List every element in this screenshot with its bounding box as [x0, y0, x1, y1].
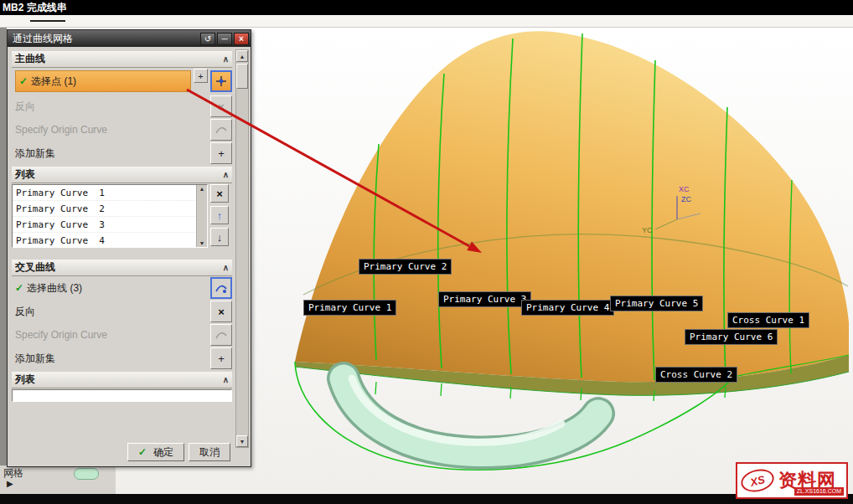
move-up-icon[interactable]: ↑	[210, 206, 229, 224]
primary-reverse-row: 反向 ×	[12, 95, 232, 118]
add-new-set-icon[interactable]: +	[210, 347, 232, 369]
green-capsule-fragment	[74, 468, 99, 480]
cross-origin-row: Specify Origin Curve	[12, 323, 232, 347]
status-prompt-text: MB2 完成线串	[3, 2, 67, 13]
reverse-direction-icon[interactable]: ×	[210, 301, 232, 322]
list-item[interactable]: Primary Curve 3	[13, 217, 207, 233]
dialog-titlebar[interactable]: 通过曲线网格 ↺ ─ ×	[8, 30, 251, 47]
menu-strip-mark	[30, 20, 65, 22]
section-primary-curves[interactable]: 主曲线 ∧	[12, 51, 232, 68]
chevron-up-icon: ∧	[223, 54, 229, 64]
section-cross-label: 交叉曲线	[15, 260, 55, 275]
primary-list-area: Primary Curve 1 Primary Curve 2 Primary …	[12, 184, 232, 248]
bottom-left-panel: 网格 ▶	[0, 465, 116, 494]
select-point-row: ✓ 选择点 (1) +	[12, 68, 232, 95]
ok-label: 确定	[153, 445, 173, 460]
section-gap	[12, 248, 232, 258]
add-new-set-icon[interactable]: +	[210, 142, 232, 164]
cross-add-set-row: 添加新集 +	[12, 347, 232, 370]
through-curve-mesh-dialog: 通过曲线网格 ↺ ─ × 主曲线 ∧ ✓ 选择点 (1) + 反向	[7, 29, 251, 467]
scrollbar-thumb[interactable]	[236, 64, 248, 89]
move-down-icon[interactable]: ↓	[210, 228, 229, 246]
reverse-direction-icon[interactable]: ×	[210, 95, 232, 117]
dialog-buttons: ✓ 确定 取消	[12, 440, 232, 463]
list-action-buttons: × ↑ ↓	[210, 184, 232, 248]
list-scrollbar[interactable]: ▲ ▼	[196, 185, 207, 247]
triad-zc-label: ZC	[681, 195, 691, 203]
cancel-button[interactable]: 取消	[189, 443, 230, 461]
check-icon: ✓	[19, 75, 28, 87]
cross-add-set-label: 添加新集	[15, 352, 208, 366]
origin-curve-icon[interactable]	[210, 119, 232, 141]
primary-add-set-row: 添加新集 +	[12, 141, 232, 165]
scroll-up-icon[interactable]: ▲	[199, 186, 205, 192]
ok-button[interactable]: ✓ 确定	[127, 443, 184, 461]
cross-list-label: 列表	[15, 373, 35, 387]
minimize-icon[interactable]: ─	[217, 33, 232, 45]
cross-origin-label: Specify Origin Curve	[15, 329, 208, 341]
add-row-icon[interactable]: +	[194, 69, 208, 83]
primary-add-set-label: 添加新集	[15, 147, 208, 161]
curve-tag: Cross Curve 2	[655, 367, 737, 383]
primary-list-label: 列表	[15, 167, 35, 182]
primary-reverse-label: 反向	[15, 100, 208, 114]
reset-icon[interactable]: ↺	[200, 33, 215, 45]
close-icon[interactable]: ×	[234, 33, 249, 45]
bottom-left-text: 网格	[3, 467, 23, 479]
scroll-down-icon[interactable]: ▼	[236, 435, 248, 447]
list-item[interactable]: Primary Curve 2	[13, 201, 207, 217]
watermark-logo: XS	[738, 466, 776, 496]
dialog-body: 主曲线 ∧ ✓ 选择点 (1) + 反向 × Specify Origin Cu…	[8, 47, 251, 466]
section-cross-curves[interactable]: 交叉曲线 ∧	[12, 260, 232, 276]
select-curve-icon[interactable]	[210, 277, 232, 299]
curve-tag: Primary Curve 4	[521, 300, 614, 316]
triad-xc-label: XC	[679, 185, 690, 193]
bottom-status-bar	[0, 494, 853, 504]
watermark-url: ZL.XS1616.COM	[794, 487, 844, 496]
section-primary-label: 主曲线	[15, 52, 45, 66]
dialog-scrollbar[interactable]: ▲ ▼	[235, 49, 249, 448]
primary-origin-row: Specify Origin Curve	[12, 118, 232, 141]
remove-item-icon[interactable]: ×	[210, 184, 229, 203]
status-prompt-bar: MB2 完成线串	[0, 0, 853, 15]
expand-arrow-icon[interactable]: ▶	[7, 479, 13, 488]
curve-tag: Primary Curve 1	[303, 300, 396, 316]
menu-strip	[0, 15, 853, 28]
primary-origin-label: Specify Origin Curve	[15, 124, 208, 136]
select-curve-label: 选择曲线 (3)	[27, 281, 208, 296]
curve-tag: Cross Curve 1	[727, 312, 809, 328]
select-curve-row: ✓ 选择曲线 (3)	[12, 276, 232, 300]
curve-tag: Primary Curve 2	[359, 259, 452, 275]
list-item[interactable]: Primary Curve 1	[13, 185, 207, 201]
cross-reverse-row: 反向 ×	[12, 300, 232, 323]
scroll-up-icon[interactable]: ▲	[236, 50, 248, 62]
primary-curve-list[interactable]: Primary Curve 1 Primary Curve 2 Primary …	[12, 184, 208, 248]
curve-tag: Primary Curve 6	[685, 329, 778, 345]
cross-curve-list[interactable]	[12, 389, 232, 402]
check-icon: ✓	[138, 446, 147, 458]
primary-list-header[interactable]: 列表 ∧	[12, 167, 232, 183]
curve-tag: Primary Curve 3	[438, 291, 531, 307]
cross-list-header[interactable]: 列表 ∧	[12, 372, 232, 388]
dialog-title: 通过曲线网格	[13, 32, 199, 46]
curve-tag: Primary Curve 5	[610, 296, 703, 311]
origin-curve-icon[interactable]	[210, 324, 232, 346]
chevron-up-icon: ∧	[223, 375, 229, 384]
chevron-up-icon: ∧	[223, 263, 229, 272]
point-dialog-icon[interactable]	[210, 70, 232, 92]
select-point-label: 选择点 (1)	[31, 75, 76, 89]
cancel-label: 取消	[199, 445, 220, 460]
resource-bar-edge	[0, 28, 7, 465]
watermark: XS 资料网 ZL.XS1616.COM	[736, 462, 848, 499]
application-window: MB2 完成线串	[0, 0, 853, 504]
triad-yc-label: YC	[642, 226, 653, 234]
scroll-down-icon[interactable]: ▼	[199, 240, 205, 246]
list-item[interactable]: Primary Curve 4	[13, 233, 207, 248]
select-point-active-bar[interactable]: ✓ 选择点 (1)	[15, 70, 191, 92]
chevron-up-icon: ∧	[223, 170, 229, 179]
check-icon: ✓	[15, 282, 23, 294]
cross-reverse-label: 反向	[15, 305, 208, 319]
